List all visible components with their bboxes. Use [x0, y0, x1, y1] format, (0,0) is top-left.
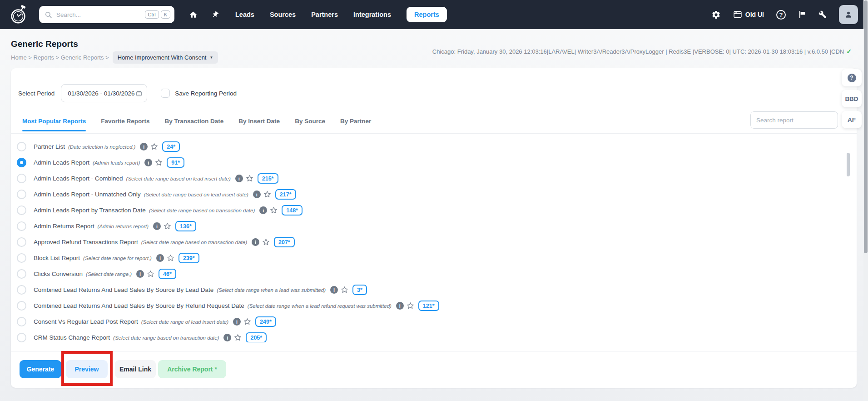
email-link-button[interactable]: Email Link [115, 360, 156, 378]
report-tab[interactable]: Most Popular Reports [22, 116, 86, 131]
favorite-star-icon[interactable] [263, 190, 272, 199]
nav-link[interactable]: Sources [270, 11, 296, 18]
report-description: (Select date range based on lead insert … [126, 176, 231, 181]
save-period-checkbox[interactable] [161, 89, 170, 98]
info-icon[interactable]: i [153, 222, 161, 230]
info-icon[interactable]: i [235, 175, 243, 182]
info-icon[interactable]: i [253, 190, 261, 198]
side-bbd-button[interactable]: BBD [842, 90, 862, 107]
report-search-input[interactable] [750, 111, 838, 129]
report-row[interactable]: Partner List (Date selection is neglecte… [11, 139, 846, 155]
page-scrollbar[interactable] [863, 0, 868, 401]
report-row[interactable]: CRM Status Change Report (Select date ra… [11, 330, 846, 342]
help-icon[interactable]: ? [776, 10, 786, 20]
favorite-star-icon[interactable] [262, 238, 270, 246]
favorite-star-icon[interactable] [243, 317, 252, 326]
preview-button[interactable]: Preview [66, 360, 108, 378]
favorite-star-icon[interactable] [269, 206, 278, 215]
report-radio[interactable] [17, 269, 26, 279]
list-scrollbar-thumb[interactable] [847, 153, 850, 176]
breadcrumb: Home > Reports > Generic Reports > Home … [11, 51, 218, 64]
favorite-star-icon[interactable] [154, 158, 163, 167]
nav-link[interactable]: Reports [407, 7, 447, 22]
report-row[interactable]: Admin Leads Report (Admin leads report) … [11, 155, 846, 170]
report-row[interactable]: Admin Leads Report by Transaction Date (… [11, 202, 846, 218]
breadcrumb-current-dropdown[interactable]: Home Improvement With Consent ▼ [113, 51, 218, 64]
report-radio[interactable] [17, 301, 26, 311]
info-icon[interactable]: i [330, 286, 338, 294]
report-row[interactable]: Combined Lead Returns And Lead Sales By … [11, 298, 846, 314]
app-logo-stopwatch-icon[interactable] [9, 4, 28, 25]
date-range-value [68, 90, 136, 97]
date-range-input[interactable] [61, 84, 147, 102]
info-icon[interactable]: i [223, 334, 231, 341]
report-count-badge: 205* [246, 332, 267, 342]
favorite-star-icon[interactable] [233, 333, 242, 342]
nav-link[interactable]: Leads [235, 11, 254, 18]
report-radio[interactable] [17, 237, 26, 247]
home-icon[interactable] [189, 10, 198, 19]
report-radio[interactable] [17, 333, 26, 342]
report-radio[interactable] [17, 142, 26, 151]
report-description: (Select date range.) [86, 271, 132, 277]
report-tab[interactable]: Favorite Reports [101, 116, 149, 131]
report-radio[interactable] [17, 253, 26, 263]
report-radio[interactable] [17, 206, 26, 215]
info-icon[interactable]: i [136, 270, 144, 278]
side-af-button[interactable]: AF [842, 111, 862, 128]
report-row[interactable]: Admin Leads Report - Combined (Select da… [11, 170, 846, 186]
favorite-star-icon[interactable] [340, 286, 349, 294]
favorite-star-icon[interactable] [245, 174, 254, 183]
info-icon[interactable]: i [252, 238, 259, 246]
info-icon[interactable]: i [156, 254, 164, 262]
nav-link[interactable]: Partners [311, 11, 338, 18]
generate-button[interactable]: Generate [20, 360, 61, 378]
favorite-star-icon[interactable] [166, 254, 175, 262]
favorite-star-icon[interactable] [406, 301, 415, 310]
info-icon[interactable]: i [140, 143, 148, 150]
report-row[interactable]: Block List Report (Select date range for… [11, 250, 846, 266]
report-name: Partner List [34, 143, 65, 150]
report-radio[interactable] [17, 317, 26, 326]
report-radio[interactable] [17, 158, 26, 167]
info-icon[interactable]: i [144, 159, 152, 166]
report-row[interactable]: Combined Lead Returns And Lead Sales By … [11, 282, 846, 298]
pin-icon[interactable] [211, 11, 219, 19]
report-row[interactable]: Consent Vs Regular Lead Post Report (Sel… [11, 314, 846, 330]
report-row[interactable]: Admin Leads Report - Unmatched Only (Sel… [11, 186, 846, 202]
report-tab[interactable]: By Source [295, 116, 325, 131]
calendar-icon[interactable] [136, 90, 142, 97]
old-ui-toggle[interactable]: Old UI [733, 10, 764, 19]
favorite-star-icon[interactable] [146, 270, 155, 278]
search-input[interactable] [56, 11, 143, 18]
report-row[interactable]: Approved Refund Transactions Report (Sel… [11, 234, 846, 250]
report-radio[interactable] [17, 221, 26, 231]
report-count-badge: 3* [352, 285, 367, 295]
favorite-star-icon[interactable] [150, 142, 159, 151]
chevron-down-icon: ▼ [209, 55, 213, 60]
breadcrumb-trail[interactable]: Home > Reports > Generic Reports > [11, 54, 109, 61]
info-icon[interactable]: i [259, 206, 267, 214]
side-help-button[interactable]: ? [842, 69, 862, 86]
report-tab[interactable]: By Transaction Date [165, 116, 224, 131]
report-row[interactable]: Admin Returns Report (Admin returns repo… [11, 218, 846, 234]
info-icon[interactable]: i [396, 302, 404, 310]
info-icon[interactable]: i [233, 318, 241, 326]
report-radio[interactable] [17, 285, 26, 295]
wrench-icon[interactable] [818, 10, 827, 19]
favorite-star-icon[interactable] [163, 222, 172, 231]
report-radio[interactable] [17, 190, 26, 199]
report-tab[interactable]: By Insert Date [238, 116, 280, 131]
report-tabs: Most Popular ReportsFavorite ReportsBy T… [11, 116, 857, 134]
flag-icon[interactable] [798, 10, 806, 19]
user-avatar-button[interactable] [839, 5, 858, 24]
nav-link[interactable]: Integrations [353, 11, 391, 18]
settings-gear-icon[interactable] [711, 10, 721, 20]
page-scrollbar-thumb[interactable] [864, 0, 868, 253]
report-radio[interactable] [17, 174, 26, 183]
report-tab[interactable]: By Partner [340, 116, 371, 131]
report-count-badge: 91* [167, 157, 184, 168]
archive-report-button[interactable]: Archive Report * [158, 360, 226, 378]
report-row[interactable]: Clicks Conversion (Select date range.) i… [11, 266, 846, 282]
report-name: Combined Lead Returns And Lead Sales By … [34, 302, 244, 309]
